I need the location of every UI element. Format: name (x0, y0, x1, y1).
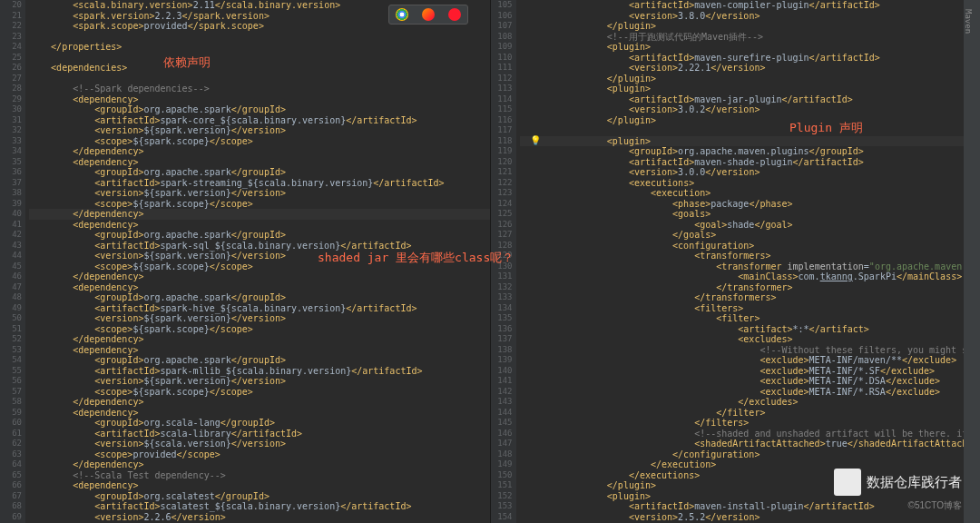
lightbulb-icon[interactable]: 💡 (530, 135, 541, 145)
maven-tool-label[interactable]: Maven (964, 0, 973, 34)
right-toolbar[interactable]: Maven (964, 0, 980, 523)
citation: ©51CTO博客 (908, 499, 962, 512)
left-gutter: 2021222324252627282930313233343536373839… (0, 0, 25, 523)
right-code[interactable]: <artifactId>maven-compiler-plugin</artif… (516, 0, 981, 523)
annotation-shaded: shaded jar 里会有哪些class呢？ (318, 250, 514, 266)
annotation-plugin: Plugin 声明 (789, 120, 863, 136)
opera-icon[interactable] (448, 8, 461, 21)
annotation-deps: 依赖声明 (163, 54, 211, 71)
firefox-icon[interactable] (422, 8, 435, 21)
watermark-text: 数据仓库践行者 (867, 474, 962, 491)
browser-selector-toolbar[interactable] (388, 5, 468, 25)
right-pane[interactable]: 1051061071081091101111121131141151161171… (491, 0, 981, 523)
watermark: 数据仓库践行者 (834, 469, 962, 496)
chrome-icon[interactable] (396, 8, 408, 21)
wechat-icon (834, 469, 861, 496)
